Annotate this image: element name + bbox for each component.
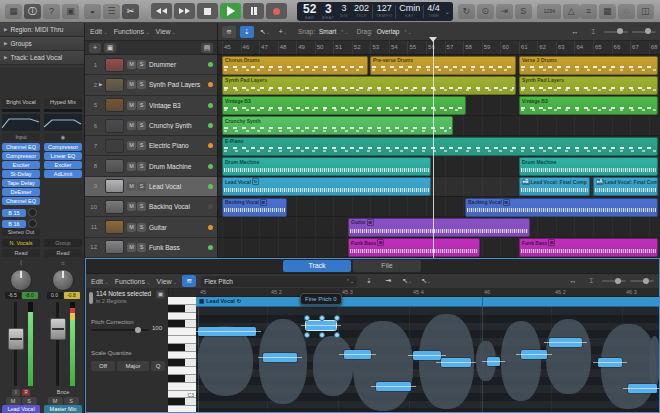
piano-white-key[interactable] — [168, 313, 196, 321]
forward-button[interactable] — [174, 3, 195, 19]
region-funk-bass[interactable]: Funk Bass⊞ — [348, 238, 480, 257]
track-header-synth-pad-layers[interactable]: 2▶MSSynth Pad Layers — [85, 75, 217, 95]
piano-black-key[interactable] — [168, 359, 196, 367]
snap-menu[interactable]: Smart — [319, 28, 336, 35]
send-slot[interactable]: B 15 — [2, 209, 26, 217]
region-synth-pad-layers[interactable]: Synth Pad Layers — [519, 76, 658, 95]
region-lead-vocal-final-comp[interactable]: ▸BLead Vocal: Final Comp — [519, 177, 590, 196]
flex-pitch-note[interactable] — [413, 351, 441, 360]
playhead[interactable] — [433, 37, 434, 258]
send-slot[interactable]: B 16 — [2, 220, 26, 228]
track-solo-button[interactable]: S — [137, 162, 146, 171]
plugin-slot[interactable]: Exciter — [2, 161, 40, 169]
track-header-guitar[interactable]: 11MSGuitar — [85, 217, 217, 237]
track-header-backing-vocal[interactable]: 10MSBacking Vocal — [85, 197, 217, 217]
list-editors-icon[interactable]: ≡ — [580, 4, 597, 19]
editor-waveform-zoom-icon[interactable]: ↔ — [566, 275, 580, 287]
library-icon[interactable]: ▦ — [5, 4, 22, 19]
inspector-icon[interactable]: ⓘ — [24, 4, 41, 19]
replace-icon[interactable]: ⊙ — [477, 4, 494, 19]
plugin-slot[interactable]: AdLimit — [44, 170, 82, 178]
volume-readout[interactable]: -6.5 — [5, 292, 21, 299]
note-edit-hotspot[interactable] — [334, 315, 340, 321]
region-crunchy-synth[interactable]: Crunchy Synth — [222, 116, 453, 135]
editor-vzoom-slider[interactable] — [602, 280, 626, 282]
quantize-button[interactable]: Q — [151, 361, 165, 371]
mixer-icon[interactable]: ☰ — [103, 4, 120, 19]
track-solo-button[interactable]: S — [137, 243, 146, 252]
volume-fader[interactable] — [50, 318, 66, 340]
editor-pointer-tool[interactable]: ↖⌄ — [400, 275, 414, 287]
pan-knob[interactable] — [52, 269, 74, 291]
group-slot[interactable]: Group — [44, 239, 82, 247]
flex-icon[interactable]: ≋ — [222, 26, 236, 38]
flex-toggle-icon[interactable]: ≋ — [182, 275, 196, 287]
menu-view[interactable]: View ⌄ — [156, 28, 177, 35]
region-lead-vocal-final-comp[interactable]: ▸ALead Vocal: Final Comp — [593, 177, 658, 196]
pause-button[interactable] — [243, 3, 264, 19]
strip-name-footer[interactable]: Master Mix — [44, 405, 82, 413]
editor-ruler[interactable]: 4545 245 345 44646 246 3 — [196, 288, 659, 297]
note-edit-hotspot[interactable] — [304, 332, 310, 338]
plugin-slot[interactable]: Exciter — [44, 161, 82, 169]
horizontal-zoom-slider[interactable] — [632, 31, 656, 33]
piano-white-key[interactable] — [168, 328, 196, 336]
vertical-zoom-slider[interactable] — [604, 31, 628, 33]
track-header-crunchy-synth[interactable]: 6MSCrunchy Synth — [85, 116, 217, 136]
track-mute-button[interactable]: M — [127, 223, 136, 232]
quick-help-icon[interactable]: ? — [43, 4, 60, 19]
solo-mode-icon[interactable]: S — [515, 4, 532, 19]
flex-pitch-note-selected[interactable] — [306, 321, 336, 330]
track-mute-button[interactable]: M — [127, 101, 136, 110]
strip-name-footer[interactable]: Lead Vocal — [2, 405, 40, 413]
track-mute-button[interactable]: M — [127, 243, 136, 252]
region-backing-vocal[interactable]: Backing Vocal⊞ — [222, 198, 287, 217]
region-vintage-b3[interactable]: Vintage B3 — [222, 96, 466, 115]
track-solo-button[interactable]: S — [137, 121, 146, 130]
menu-edit[interactable]: Edit ⌄ — [90, 28, 108, 35]
track-header-drummer[interactable]: 1MSDrummer — [85, 55, 217, 75]
automation-mode-button[interactable]: Read — [2, 249, 40, 257]
editor-menu-functions[interactable]: Functions ⌄ — [115, 278, 151, 285]
duplicate-track-button[interactable]: ▣ — [104, 43, 116, 53]
piano-white-key[interactable]: C3 — [168, 391, 196, 399]
track-header-electric-piano[interactable]: 7MSElectric Piano — [85, 136, 217, 156]
piano-black-key[interactable] — [168, 305, 196, 313]
lcd-display[interactable]: 52BAR 3BEAT 3DIV 202TICK 127TEMPO CminKE… — [297, 2, 453, 21]
region-inspector-header[interactable]: ▶Region: MIDI Thru — [0, 23, 84, 37]
menu-functions[interactable]: Functions ⌄ — [114, 28, 150, 35]
pitch-correction-slider[interactable] — [91, 329, 149, 331]
send-knob[interactable] — [28, 208, 37, 217]
track-solo-button[interactable]: S — [137, 202, 146, 211]
region-funk-bass[interactable]: Funk Bass⊞ — [519, 238, 658, 257]
editor-menu-edit[interactable]: Edit ⌄ — [91, 278, 109, 285]
rewind-button[interactable] — [151, 3, 172, 19]
note-pads-icon[interactable]: ▦ — [599, 4, 616, 19]
take-chip[interactable]: ▸B — [522, 179, 530, 185]
toolbar-toggle-icon[interactable]: ▣ — [62, 4, 79, 19]
pointer-tool-button[interactable]: ↖⌄ — [258, 26, 272, 38]
play-button[interactable] — [220, 3, 241, 19]
plugin-slot[interactable]: DeEsser — [2, 188, 40, 196]
input-slot[interactable]: Input — [2, 133, 40, 141]
track-header-drum-machine[interactable]: 8MSDrum Machine — [85, 156, 217, 176]
cycle-icon[interactable]: ↻ — [458, 4, 475, 19]
flex-pitch-note[interactable] — [263, 353, 297, 362]
mute-button[interactable]: M — [48, 397, 63, 405]
region-backing-vocal[interactable]: Backing Vocal⊞ — [465, 198, 658, 217]
region-drum-machine[interactable]: Drum Machine — [519, 157, 658, 176]
local-inspector-button[interactable]: ▣ — [156, 290, 165, 299]
input-monitor-button[interactable]: I — [12, 389, 20, 396]
note-edit-hotspot[interactable] — [334, 332, 340, 338]
peak-readout[interactable]: -8.0 — [22, 292, 38, 299]
automation-mode-button[interactable]: Read — [44, 249, 82, 257]
piano-white-key[interactable] — [168, 336, 196, 344]
editor-menu-view[interactable]: View ⌄ — [157, 278, 178, 285]
track-solo-button[interactable]: S — [137, 182, 146, 191]
output-slot[interactable]: Stereo Out — [2, 228, 40, 236]
piano-black-key[interactable] — [168, 398, 196, 406]
solo-button[interactable]: S — [22, 397, 37, 405]
input-slot[interactable]: ◉ — [44, 133, 82, 141]
track-solo-button[interactable]: S — [137, 80, 146, 89]
flex-pitch-note[interactable] — [487, 357, 500, 366]
